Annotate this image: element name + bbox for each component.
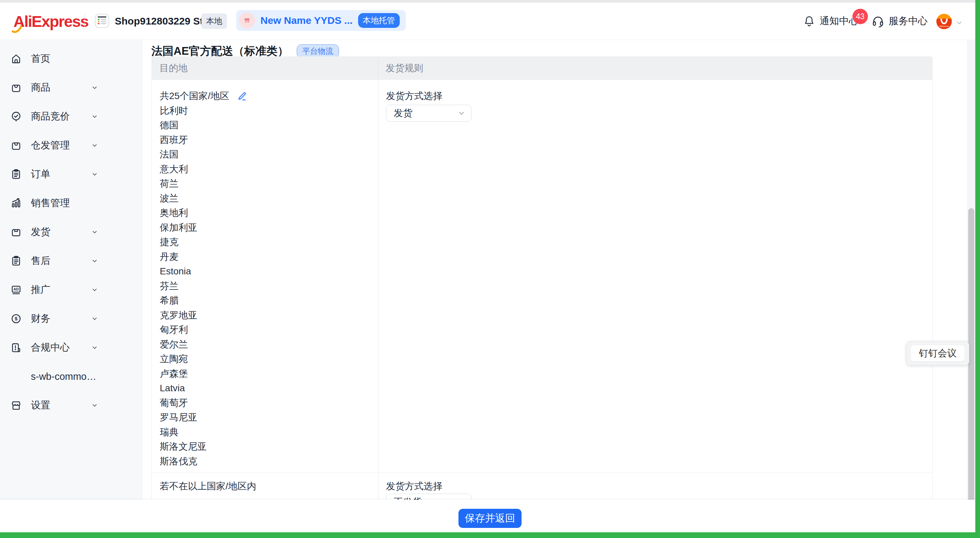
country-item: Estonia <box>160 264 372 279</box>
country-item: Latvia <box>160 381 372 396</box>
sidebar-item-settings[interactable]: 设置 <box>0 391 142 420</box>
sidebar-item-compliance[interactable]: 合规中心 <box>0 333 142 362</box>
sidebar-item-label: 销售管理 <box>31 196 70 210</box>
bell-icon <box>803 15 816 27</box>
country-summary: 共25个国家/地区 <box>160 89 229 104</box>
sidebar-item-products[interactable]: 商品 <box>0 73 142 102</box>
country-item: 西班牙 <box>160 133 372 147</box>
country-item: 荷兰 <box>160 176 372 191</box>
table-body: 共25个国家/地区 比利时 德国 西班牙 法国 意大利 荷兰 波兰 奥地利 保加… <box>151 80 933 522</box>
country-item: 意大利 <box>160 162 372 177</box>
sidebar-item-s-wb-common[interactable]: s-wb-common... <box>0 362 142 391</box>
country-item: 葡萄牙 <box>160 396 372 410</box>
package-icon <box>10 226 22 238</box>
chevron-down-icon <box>91 171 98 178</box>
bar-chart-icon <box>10 197 22 209</box>
avatar-chevron-down-icon[interactable] <box>955 19 963 27</box>
bottom-action-bar: 保存并返回 <box>0 500 980 532</box>
sidebar-item-shipping[interactable]: 发货 <box>0 218 142 246</box>
shipping-method-select[interactable]: 发货 <box>386 105 471 121</box>
sidebar-item-label: 首页 <box>31 52 50 65</box>
chevron-down-icon <box>91 142 98 149</box>
sidebar-item-label: 推广 <box>31 283 50 297</box>
sidebar-item-home[interactable]: 首页 <box>0 44 142 73</box>
clipboard-icon <box>10 255 22 267</box>
service-center[interactable]: 服务中心 <box>871 3 928 40</box>
chevron-down-icon <box>91 344 98 351</box>
country-item: 卢森堡 <box>160 366 372 381</box>
user-avatar[interactable]: AliExpress <box>936 14 952 29</box>
green-right-bar <box>975 0 980 538</box>
sidebar-item-label: 售后 <box>31 254 50 268</box>
country-item: 德国 <box>160 118 372 133</box>
country-item: 斯洛文尼亚 <box>160 439 372 454</box>
headset-icon <box>871 14 885 28</box>
home-icon <box>10 53 22 65</box>
country-item: 波兰 <box>160 191 372 206</box>
chevron-down-icon <box>91 228 98 236</box>
main-content: 法国AE官方配送（标准类） 平台物流 目的地 发货规则 共25个国家/地区 比利… <box>143 40 975 500</box>
notification-center[interactable]: 通知中心 <box>803 3 859 40</box>
sidebar-item-finance[interactable]: $ 财务 <box>0 304 142 333</box>
dingtalk-meeting-widget: 钉钉会议 <box>906 341 969 366</box>
table-row-countries: 共25个国家/地区 比利时 德国 西班牙 法国 意大利 荷兰 波兰 奥地利 保加… <box>152 80 932 472</box>
country-item: 斯洛伐克 <box>160 454 372 469</box>
sidebar-item-sales[interactable]: 销售管理 <box>0 189 142 218</box>
top-header: AliExpress Shop912803229 St... 本地 New Na… <box>0 3 980 40</box>
shopping-bag-icon <box>10 81 22 94</box>
shipping-method-value: 发货 <box>394 107 457 120</box>
service-label[interactable]: 服务中心 <box>889 14 928 28</box>
sidebar-item-aftersale[interactable]: 售后 <box>0 246 142 275</box>
country-item: 希腊 <box>160 293 372 308</box>
sidebar-item-warehouse[interactable]: 仓发管理 <box>0 131 142 160</box>
check-circle-icon <box>10 110 22 123</box>
dingtalk-meeting-button[interactable]: 钉钉会议 <box>911 345 964 361</box>
country-item: 立陶宛 <box>160 351 372 366</box>
document-alert-icon <box>10 342 22 354</box>
managed-store-switcher[interactable]: New Name YYDS ... 本地托管 <box>236 10 406 31</box>
column-header-destination: 目的地 <box>151 56 378 80</box>
save-and-return-button[interactable]: 保存并返回 <box>458 509 522 528</box>
svg-text:AliExpress: AliExpress <box>939 25 949 27</box>
destination-cell: 共25个国家/地区 比利时 德国 西班牙 法国 意大利 荷兰 波兰 奥地利 保加… <box>152 80 379 472</box>
aliexpress-logo[interactable]: AliExpress <box>13 13 88 29</box>
window-top-strip <box>0 0 980 3</box>
sidebar-item-label: 设置 <box>31 399 50 412</box>
sidebar-item-label: 财务 <box>31 312 50 326</box>
chevron-down-icon <box>91 113 98 120</box>
managed-store-name[interactable]: New Name YYDS ... <box>261 15 353 26</box>
country-item: 奥地利 <box>160 206 372 220</box>
sidebar-item-label: 商品 <box>31 81 50 94</box>
notification-count-badge: 43 <box>853 9 868 24</box>
country-item: 保加利亚 <box>160 220 372 235</box>
chevron-down-icon <box>91 257 98 265</box>
sidebar-item-label: 仓发管理 <box>31 139 70 152</box>
clipboard-icon <box>10 168 22 180</box>
icon-placeholder <box>10 370 22 383</box>
managed-store-badge: 本地托管 <box>358 13 400 28</box>
platform-logistics-badge: 平台物流 <box>297 44 339 58</box>
country-item: 法国 <box>160 147 372 162</box>
shipping-method-label: 发货方式选择 <box>386 481 932 492</box>
sidebar-item-label: 合规中心 <box>31 341 70 354</box>
country-item: 匈牙利 <box>160 322 372 337</box>
shop-local-badge: 本地 <box>201 13 227 29</box>
chevron-down-icon <box>91 84 98 91</box>
country-item: 比利时 <box>160 104 372 118</box>
chevron-down-icon <box>91 315 98 322</box>
dollar-circle-icon: $ <box>10 313 22 325</box>
edit-pencil-icon[interactable] <box>237 91 247 101</box>
sidebar-item-promotion[interactable]: AD 推广 <box>0 275 142 304</box>
shop-favicon <box>95 13 110 28</box>
country-item: 捷克 <box>160 235 372 249</box>
sidebar-item-label: 订单 <box>31 168 50 181</box>
country-item: 爱尔兰 <box>160 337 372 352</box>
shop-name[interactable]: Shop912803229 St... <box>115 16 212 27</box>
sidebar-item-bidding[interactable]: 商品竞价 <box>0 102 142 131</box>
header-divider <box>84 14 85 29</box>
sidebar-item-label: 商品竞价 <box>31 110 70 123</box>
fallback-label: 若不在以上国家/地区内 <box>160 481 372 492</box>
sidebar-item-orders[interactable]: 订单 <box>0 160 142 189</box>
country-item: 丹麦 <box>160 249 372 264</box>
sidebar-item-label: s-wb-common... <box>31 371 98 382</box>
